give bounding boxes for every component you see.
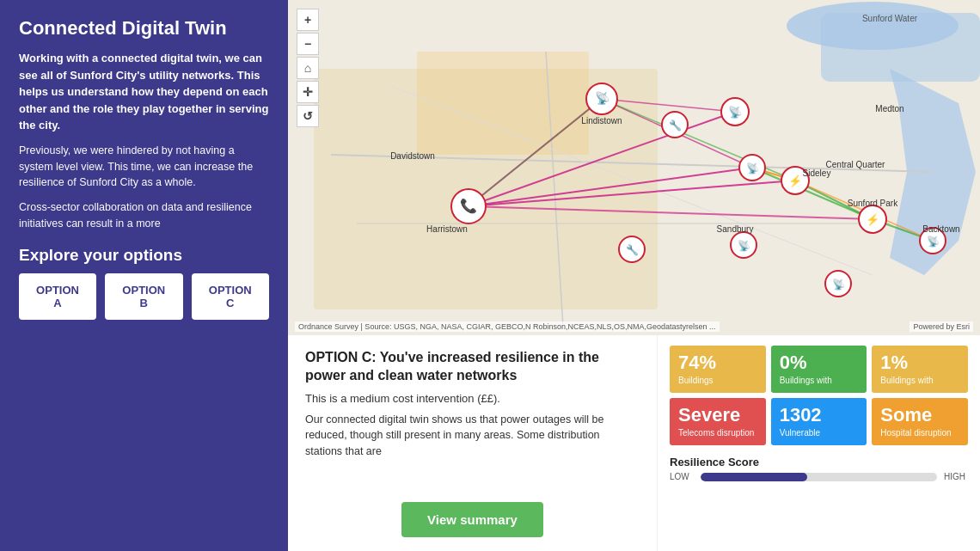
option-info: OPTION C: You've increased resilience in…: [288, 335, 658, 551]
view-summary-button[interactable]: View summary: [401, 502, 543, 537]
svg-text:Medton: Medton: [875, 104, 903, 113]
stat-value-0: 74%: [678, 352, 757, 373]
reset-button[interactable]: ↺: [297, 105, 319, 127]
esri-badge: Powered by Esri: [910, 321, 973, 332]
zoom-in-button[interactable]: +: [297, 9, 319, 31]
stat-label-3: Telecoms disruption: [678, 427, 757, 438]
resilience-low-label: LOW: [670, 472, 694, 481]
svg-text:Lindistown: Lindistown: [581, 116, 622, 126]
cost-text: This is a medium cost intervention (££).: [305, 392, 640, 405]
svg-text:📡: 📡: [728, 105, 743, 119]
resilience-bar-background: [701, 473, 937, 481]
option-a-button[interactable]: OPTION A: [19, 273, 96, 320]
svg-text:🔧: 🔧: [626, 243, 639, 256]
stat-label-4: Vulnerable: [780, 427, 859, 438]
svg-text:⚡: ⚡: [788, 174, 803, 188]
svg-text:⚡: ⚡: [866, 212, 880, 227]
resilience-bar-row: LOW HIGH: [670, 472, 968, 481]
stat-tile-0: 74% Buildings: [670, 346, 766, 393]
stat-label-2: Buildings with: [880, 375, 959, 386]
stats-grid: 74% Buildings 0% Buildings with 1% Build…: [670, 346, 968, 445]
stat-value-2: 1%: [880, 352, 959, 373]
stat-tile-1: 0% Buildings with: [771, 346, 867, 393]
stat-tile-5: Some Hospital disruption: [872, 398, 968, 445]
stat-value-4: 1302: [780, 405, 859, 425]
home-button[interactable]: ⌂: [297, 57, 319, 79]
stat-value-5: Some: [880, 405, 959, 425]
svg-text:Davidstown: Davidstown: [390, 151, 435, 161]
resilience-high-label: HIGH: [944, 472, 968, 481]
stat-tile-2: 1% Buildings with: [872, 346, 968, 393]
map-attribution: Ordnance Survey | Source: USGS, NGA, NAS…: [295, 321, 720, 332]
svg-text:Backtown: Backtown: [922, 224, 959, 234]
svg-text:Sandbury: Sandbury: [717, 224, 754, 234]
sidebar-title: Connected Digital Twin: [19, 17, 269, 40]
svg-text:📡: 📡: [595, 91, 610, 106]
resilience-title: Resilience Score: [670, 456, 968, 468]
map-controls: + − ⌂ ✛ ↺: [297, 9, 319, 127]
pan-button[interactable]: ✛: [297, 81, 319, 103]
option-title: OPTION C: You've increased resilience in…: [305, 349, 640, 385]
stats-panel: 74% Buildings 0% Buildings with 1% Build…: [658, 335, 980, 551]
svg-rect-1: [821, 13, 980, 82]
explore-title: Explore your options: [19, 246, 269, 265]
svg-text:🔧: 🔧: [669, 119, 682, 132]
resilience-bar-fill: [701, 473, 807, 481]
map-svg: 📡 Lindistown Davidstown 📞 Harristown 📡 🔧…: [288, 0, 980, 335]
bottom-panel: OPTION C: You've increased resilience in…: [288, 335, 980, 551]
svg-text:Harristown: Harristown: [426, 224, 468, 234]
svg-text:📞: 📞: [460, 198, 477, 214]
map-background: 📡 Lindistown Davidstown 📞 Harristown 📡 🔧…: [288, 0, 980, 335]
stat-label-5: Hospital disruption: [880, 427, 959, 438]
svg-text:📡: 📡: [746, 162, 759, 174]
map-container[interactable]: 📡 Lindistown Davidstown 📞 Harristown 📡 🔧…: [288, 0, 980, 335]
svg-text:Sunford Park: Sunford Park: [848, 199, 898, 208]
stat-label-1: Buildings with: [780, 375, 859, 386]
option-b-button[interactable]: OPTION B: [105, 273, 182, 320]
svg-text:Central Quarter: Central Quarter: [826, 160, 886, 169]
svg-text:Sideley: Sideley: [803, 168, 831, 178]
stat-value-3: Severe: [678, 405, 757, 425]
sidebar-para1: Previously, we were hindered by not havi…: [19, 143, 269, 191]
sidebar-para2: Cross-sector collaboration on data and r…: [19, 199, 269, 232]
svg-text:📡: 📡: [738, 239, 750, 252]
sidebar-intro-bold: Working with a connected digital twin, w…: [19, 50, 269, 134]
svg-rect-4: [417, 52, 589, 155]
stat-value-1: 0%: [780, 352, 859, 373]
svg-text:Sunford Water: Sunford Water: [862, 14, 918, 23]
right-panel: 📡 Lindistown Davidstown 📞 Harristown 📡 🔧…: [288, 0, 980, 551]
option-description: Our connected digital twin shows us that…: [305, 412, 640, 460]
sidebar: Connected Digital Twin Working with a co…: [0, 0, 288, 551]
option-c-button[interactable]: OPTION C: [192, 273, 269, 320]
stat-label-0: Buildings: [678, 375, 757, 386]
stat-tile-4: 1302 Vulnerable: [771, 398, 867, 445]
stat-tile-3: Severe Telecoms disruption: [670, 398, 766, 445]
zoom-out-button[interactable]: −: [297, 33, 319, 55]
resilience-section: Resilience Score LOW HIGH: [670, 456, 968, 481]
svg-text:📡: 📡: [927, 235, 940, 248]
svg-text:📡: 📡: [832, 278, 845, 291]
option-buttons-group: OPTION A OPTION B OPTION C: [19, 273, 269, 320]
